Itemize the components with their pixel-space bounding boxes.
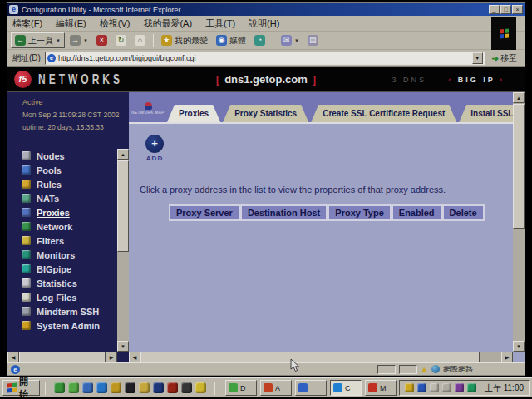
quicklaunch-icon[interactable] [167,382,178,393]
scrollbar-thumb[interactable] [19,352,106,362]
quicklaunch-icon[interactable] [195,382,206,393]
back-dropdown-icon[interactable]: ▼ [56,38,61,43]
scrollbar-thumb[interactable] [513,104,525,229]
tray-icon[interactable] [442,383,451,392]
scrollbar-thumb[interactable] [140,352,480,362]
sidebar-item[interactable]: Statistics [7,276,117,290]
scrollbar-thumb[interactable] [117,160,129,252]
table-column-header: Destination Host [240,204,328,221]
task-button[interactable]: C [330,380,362,396]
favorites-button[interactable]: ★ 我的最愛 [158,32,211,48]
sidebar-item[interactable]: Proxies [7,205,117,219]
quicklaunch-icon[interactable] [111,382,121,393]
scroll-right-icon[interactable]: ▶ [501,352,513,362]
menu-item[interactable]: 檔案(F) [12,17,42,30]
sidebar-item[interactable]: NATs [7,191,117,205]
sidebar-item[interactable]: Monitors [7,248,117,262]
quicklaunch-icon[interactable] [153,382,164,393]
sidebar-item[interactable]: Network [7,219,117,234]
sidebar-vertical-scrollbar[interactable]: ▲ ▼ [117,149,129,352]
product-bigip-link[interactable]: ‹ BIG IP › [448,76,505,84]
task-button-label: D [240,384,246,392]
minimize-button[interactable]: _ [489,5,500,14]
start-button[interactable]: 開始 [2,380,40,396]
menu-item[interactable]: 說明(H) [249,17,279,30]
tray-icon[interactable] [417,383,426,392]
task-button[interactable]: M [365,380,397,396]
sidebar-item-label: Log Files [37,293,76,303]
print-button[interactable]: ▤ [304,32,322,48]
sidebar-item[interactable]: Filters [7,234,117,248]
back-button[interactable]: ← 上一頁 ▼ [11,32,65,48]
taskbar-separator [45,382,46,395]
quicklaunch-icon[interactable] [68,382,79,393]
tab[interactable]: Create SSL Certificate Request [311,105,456,122]
menu-item[interactable]: 編輯(E) [56,17,86,30]
sidebar-item[interactable]: BIGpipe [7,262,117,276]
close-button[interactable]: × [512,5,523,14]
scroll-left-icon[interactable]: ◀ [129,352,140,362]
scroll-down-icon[interactable]: ▼ [117,341,129,352]
add-proxy-button[interactable]: + ADD [140,135,169,162]
media-button[interactable]: ◉ 媒體 [213,32,249,48]
product-3dns-link[interactable]: 3 DNS [392,76,427,84]
menu-item[interactable]: 檢視(V) [100,17,131,30]
task-buttons: D A C M [225,380,397,396]
scroll-up-icon[interactable]: ▲ [513,92,525,103]
refresh-button[interactable]: ↻ [112,32,130,48]
network-map-button[interactable]: NETWORK MAP [131,96,165,120]
mail-dropdown-icon[interactable]: ▼ [294,38,299,43]
address-dropdown-icon[interactable]: ▼ [472,52,483,64]
sidebar-item[interactable]: Nodes [7,149,117,163]
forward-dropdown-icon[interactable]: ▼ [83,38,88,43]
sidebar-item[interactable]: Pools [7,163,117,177]
toolbar: ← 上一頁 ▼ → ▼ × ↻ ⌂ ★ 我的最愛 ◉ 媒體 ◔ ✉▼ ▤ [7,32,525,50]
taskbar-clock[interactable]: 上午 11:00 [480,382,524,394]
task-button[interactable] [295,380,327,396]
mail-button[interactable]: ✉▼ [278,32,303,48]
sidebar-item-icon [22,222,31,231]
tray-icon[interactable] [430,383,439,392]
maximize-button[interactable]: □ [500,5,511,14]
content-frame: NETWORK MAP Proxies Proxy Statistics Cre… [129,92,525,362]
history-button[interactable]: ◔ [251,32,268,48]
address-input[interactable]: e http://dns1.getop.com/bigipgui/bigconf… [45,52,485,65]
sidebar-item[interactable]: Log Files [7,290,117,304]
tray-icon[interactable] [467,383,476,392]
sidebar-item[interactable]: Rules [7,177,117,191]
stop-button[interactable]: × [93,32,111,48]
quicklaunch-icon[interactable] [139,382,150,393]
home-icon: ⌂ [135,35,145,46]
scroll-left-icon[interactable]: ◀ [7,352,19,362]
quicklaunch-icon[interactable] [125,382,135,393]
status-uptime: uptime: 20 days, 15:35:33 [22,121,129,134]
content-vertical-scrollbar[interactable]: ▲ ▼ [513,92,525,352]
tab[interactable]: Proxy Statistics [223,105,308,122]
sidebar-item-label: Statistics [37,278,77,288]
scroll-down-icon[interactable]: ▼ [513,341,525,352]
menu-item[interactable]: 我的最愛(A) [143,17,192,30]
tab-bar: NETWORK MAP Proxies Proxy Statistics Cre… [129,92,525,124]
sidebar-item[interactable]: System Admin [7,318,117,332]
tray-icon[interactable] [455,383,464,392]
scroll-right-icon[interactable]: ▶ [106,352,117,362]
sidebar-horizontal-scrollbar[interactable]: ◀ ▶ [7,352,117,362]
task-button[interactable]: D [225,380,257,396]
menu-item[interactable]: 工具(T) [205,17,235,30]
forward-icon: → [70,35,81,46]
quicklaunch-icon[interactable] [181,382,192,393]
home-button[interactable]: ⌂ [131,32,149,48]
quicklaunch-icon[interactable] [54,382,65,393]
title-bar[interactable]: e Configuration Utility - Microsoft Inte… [7,3,525,16]
content-horizontal-scrollbar[interactable]: ◀ ▶ [129,352,513,362]
task-button[interactable]: A [260,380,292,396]
scroll-up-icon[interactable]: ▲ [117,149,129,160]
sidebar-item-icon [22,180,31,189]
sidebar-item[interactable]: Mindterm SSH [7,304,117,318]
go-button[interactable]: ➔ 移至 [490,52,520,66]
quicklaunch-icon[interactable] [82,382,93,393]
tab[interactable]: Proxies [167,105,220,122]
forward-button[interactable]: → ▼ [66,32,91,48]
tray-icon[interactable] [405,383,414,392]
quicklaunch-icon[interactable] [96,382,107,393]
